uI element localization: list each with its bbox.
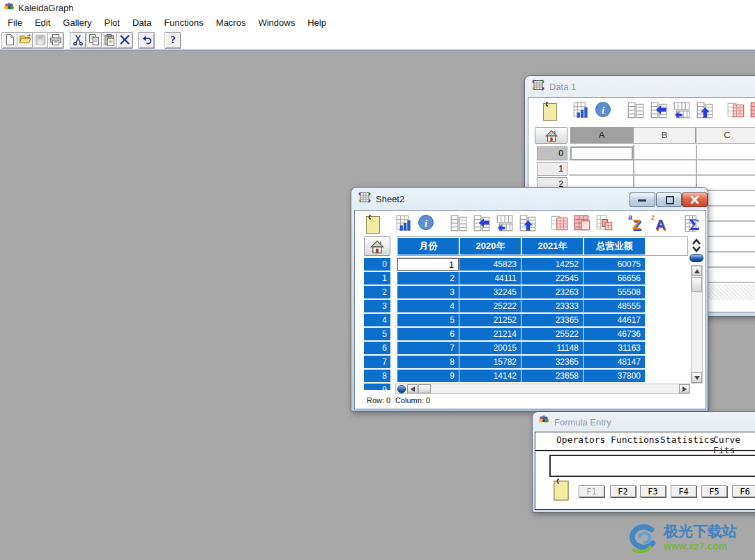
app-titlebar[interactable]: KaleidaGraph	[0, 0, 755, 15]
column-up-icon[interactable]	[518, 213, 537, 234]
plot-chart-icon[interactable]	[572, 100, 591, 121]
sheet2-cell-r4c2[interactable]: 23365	[521, 314, 583, 326]
window-formula-entry[interactable]: Formula Entry OperatorsFunctionsStatisti…	[532, 411, 755, 513]
scroll-up-button[interactable]	[692, 266, 702, 276]
sheet2-cell-r8c0[interactable]: 9	[397, 370, 459, 382]
sheet2-cell-r6c1[interactable]: 20015	[459, 342, 521, 354]
data1-titlebar[interactable]: Data 1	[525, 76, 755, 97]
new-note-icon[interactable]	[542, 100, 561, 121]
formula-input[interactable]	[549, 455, 755, 477]
sigma-icon[interactable]: Σ	[683, 213, 703, 234]
menu-functions[interactable]: Functions	[158, 15, 209, 31]
sheet2-cell-r0c3[interactable]: 60075	[584, 258, 645, 271]
sheet2-column-header[interactable]: 总营业额	[584, 238, 645, 255]
table-red-icon[interactable]	[550, 213, 570, 234]
table-red-all-icon[interactable]	[749, 100, 755, 121]
sheet2-cell-r8c1[interactable]: 14142	[459, 370, 521, 382]
sheet2-row-header-3[interactable]: 3	[364, 300, 390, 312]
sort-descending-icon[interactable]: aZ	[627, 213, 647, 234]
sheet2-cell-r7c3[interactable]: 48147	[584, 356, 645, 368]
column-up-icon[interactable]	[695, 100, 715, 121]
columns-icon[interactable]	[449, 213, 468, 234]
row-left-icon[interactable]	[495, 213, 514, 234]
sheet2-cell-r6c3[interactable]: 31163	[584, 342, 645, 354]
window-sheet2[interactable]: Sheet2 iaZzAΣ 月份2020年2021年总营业额	[351, 187, 708, 411]
sheet2-cell-r0c2[interactable]: 14252	[521, 258, 583, 271]
sheet2-cell-r4c3[interactable]: 44617	[584, 314, 645, 326]
maximize-button[interactable]	[656, 192, 682, 207]
sheet2-cell-r5c3[interactable]: 46736	[584, 328, 645, 340]
sheet2-row-header-2[interactable]: 2	[364, 286, 390, 298]
sheet2-row-header-0[interactable]: 0	[364, 258, 390, 271]
menu-file[interactable]: File	[1, 15, 29, 31]
delete-button[interactable]	[116, 32, 133, 49]
sheet2-cell-r0c0[interactable]: 1	[397, 258, 459, 271]
sheet2-cell-r1c3[interactable]: 66656	[584, 272, 645, 285]
column-left-icon[interactable]	[472, 213, 491, 234]
sheet2-row-header-5[interactable]: 5	[364, 328, 390, 340]
menu-data[interactable]: Data	[126, 15, 158, 31]
sheet2-cell-r3c0[interactable]: 4	[397, 300, 459, 312]
formula-menu-statistics[interactable]: Statistics	[660, 434, 715, 445]
formula-menu-functions[interactable]: Functions	[611, 434, 659, 445]
menu-gallery[interactable]: Gallery	[56, 15, 98, 31]
data1-column-header-c[interactable]: C	[696, 127, 755, 144]
formula-menu-operators[interactable]: Operators	[556, 434, 605, 445]
scroll-left-button[interactable]	[407, 384, 418, 393]
sheet2-cell-r3c1[interactable]: 25222	[459, 300, 521, 312]
formula-button-f3[interactable]: F3	[640, 485, 666, 497]
data1-row-header-0[interactable]: 0	[537, 146, 567, 160]
print-button[interactable]	[47, 32, 64, 49]
minimize-button[interactable]	[630, 192, 655, 207]
row-size-chevrons[interactable]	[690, 238, 703, 253]
sheet2-home-button[interactable]	[364, 236, 390, 256]
sheet2-row-header-7[interactable]: 7	[364, 356, 390, 368]
sheet2-cell-r8c2[interactable]: 23658	[521, 370, 583, 382]
data1-row-header-1[interactable]: 1	[537, 162, 567, 176]
paste-button[interactable]	[101, 32, 118, 49]
sheet2-cell-r2c1[interactable]: 32245	[459, 286, 521, 298]
data1-column-header-a[interactable]: A	[570, 127, 633, 144]
vertical-split-handle[interactable]	[689, 254, 703, 262]
table-red-icon[interactable]	[726, 100, 746, 121]
data1-home-button[interactable]	[535, 127, 567, 144]
sheet2-cell-r5c2[interactable]: 25522	[521, 328, 583, 340]
formula-titlebar[interactable]: Formula Entry	[533, 412, 755, 432]
copy-button[interactable]	[86, 32, 102, 49]
horizontal-scroll-thumb[interactable]	[418, 384, 431, 393]
sheet2-cell-r8c3[interactable]: 37800	[584, 370, 645, 382]
formula-button-f2[interactable]: F2	[610, 485, 636, 497]
sheet2-cell-r2c3[interactable]: 55508	[584, 286, 645, 298]
sheet2-row-header-6[interactable]: 6	[364, 342, 390, 354]
sheet2-column-header[interactable]: 2020年	[460, 238, 521, 255]
open-button[interactable]	[17, 32, 33, 49]
sheet2-column-header[interactable]: 月份	[398, 238, 459, 255]
close-button[interactable]	[682, 192, 708, 207]
cut-button[interactable]	[70, 32, 86, 49]
info-icon[interactable]: i	[417, 213, 436, 234]
sheet2-cell-r1c1[interactable]: 44111	[459, 272, 521, 285]
formula-button-f1[interactable]: F1	[579, 485, 604, 497]
sheet2-row-header-1[interactable]: 1	[364, 272, 390, 285]
menu-edit[interactable]: Edit	[29, 15, 56, 31]
plot-chart-icon[interactable]	[395, 213, 414, 234]
table-red-all-icon[interactable]	[572, 213, 592, 234]
columns-icon[interactable]	[626, 100, 646, 121]
vertical-scrollbar[interactable]	[691, 265, 703, 384]
sheet2-cell-r7c2[interactable]: 32365	[521, 356, 583, 368]
sheet2-cell-r1c2[interactable]: 22545	[521, 272, 583, 285]
menu-windows[interactable]: Windows	[252, 15, 301, 31]
new-document-button[interactable]	[1, 32, 18, 49]
menu-plot[interactable]: Plot	[98, 15, 126, 31]
scroll-down-button[interactable]	[692, 372, 702, 383]
horizontal-split-handle[interactable]	[397, 385, 406, 393]
scroll-right-button[interactable]	[679, 384, 689, 393]
sheet2-column-header[interactable]: 2021年	[522, 238, 583, 255]
sheet2-cell-r7c1[interactable]: 15782	[459, 356, 521, 368]
sheet2-cell-r6c0[interactable]: 7	[397, 342, 459, 354]
row-left-icon[interactable]	[672, 100, 692, 121]
sheet2-cell-r3c2[interactable]: 23333	[521, 300, 583, 312]
sort-ascending-icon[interactable]: zA	[650, 213, 670, 234]
sheet2-cell-r6c2[interactable]: 11148	[521, 342, 583, 354]
sheet2-cell-r4c1[interactable]: 21252	[459, 314, 521, 326]
